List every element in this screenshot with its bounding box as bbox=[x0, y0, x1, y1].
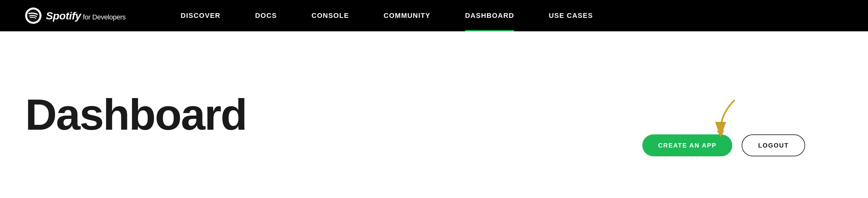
nav-item-console[interactable]: CONSOLE bbox=[294, 0, 366, 31]
nav-item-community[interactable]: COMMUNITY bbox=[366, 0, 448, 31]
logo-text: Spotifyfor Developers bbox=[46, 10, 126, 21]
nav-item-use-cases[interactable]: USE CASES bbox=[531, 0, 610, 31]
brand-tagline: for Developers bbox=[83, 14, 126, 21]
page-title: Dashboard bbox=[25, 93, 246, 136]
arrow-icon bbox=[711, 97, 743, 141]
nav-links: DISCOVER DOCS CONSOLE COMMUNITY DASHBOAR… bbox=[163, 0, 843, 31]
spotify-logo-icon bbox=[25, 7, 41, 24]
logout-button[interactable]: LOGOUT bbox=[742, 134, 805, 156]
logo-link[interactable]: Spotifyfor Developers bbox=[25, 7, 126, 24]
arrow-container bbox=[711, 97, 736, 137]
navbar: Spotifyfor Developers DISCOVER DOCS CONS… bbox=[0, 0, 868, 31]
brand-name: Spotify bbox=[46, 10, 81, 21]
nav-item-dashboard[interactable]: DASHBOARD bbox=[448, 0, 532, 31]
nav-item-discover[interactable]: DISCOVER bbox=[163, 0, 238, 31]
action-area: CREATE AN APP LOGOUT bbox=[642, 97, 805, 156]
svg-marker-2 bbox=[717, 131, 724, 137]
main-content: Dashboard CREATE AN APP LOGOUT bbox=[0, 31, 868, 198]
nav-item-docs[interactable]: DOCS bbox=[238, 0, 294, 31]
